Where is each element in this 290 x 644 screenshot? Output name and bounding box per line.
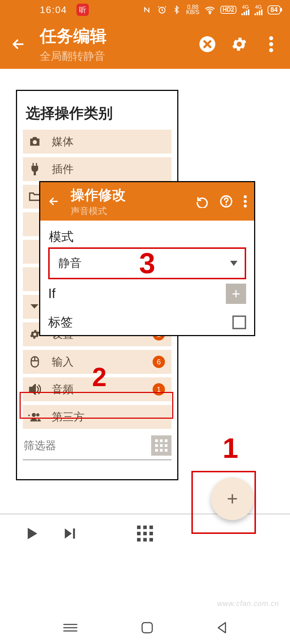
undo-button[interactable]	[196, 195, 209, 208]
nav-back-button[interactable]	[216, 621, 228, 634]
settings-button[interactable]	[231, 35, 248, 53]
svg-point-21	[244, 195, 247, 198]
category-label: 音频	[52, 382, 153, 397]
battery-indicator: 84	[268, 5, 281, 14]
svg-rect-27	[137, 532, 141, 535]
watermark: www.cfan.com.cn	[217, 599, 279, 608]
status-bar: 16:04 听 0.88 KB/S HD2 4G 4G 84	[0, 0, 290, 20]
filter-row	[23, 433, 171, 460]
edit-panel-title: 操作修改	[71, 186, 196, 204]
category-item-input[interactable]: 输入 6	[23, 350, 171, 374]
alarm-icon	[157, 5, 167, 15]
svg-rect-33	[142, 623, 152, 633]
svg-point-3	[269, 36, 273, 40]
svg-rect-26	[149, 526, 153, 529]
chevron-down-icon	[30, 304, 38, 309]
svg-rect-18	[165, 449, 167, 452]
svg-point-9	[36, 413, 40, 417]
svg-rect-15	[165, 444, 167, 447]
tag-checkbox[interactable]	[232, 315, 246, 329]
svg-point-6	[33, 140, 37, 144]
count-badge: 1	[153, 383, 165, 396]
svg-rect-13	[155, 444, 158, 447]
signal-1: 4G	[241, 4, 249, 15]
count-badge: 6	[153, 356, 165, 368]
svg-point-4	[269, 42, 273, 46]
net-speed: 0.88 KB/S	[186, 5, 199, 15]
svg-rect-30	[137, 538, 141, 541]
wifi-icon	[204, 5, 215, 14]
add-if-button[interactable]: +	[226, 284, 246, 304]
edit-back-button[interactable]	[45, 195, 62, 208]
svg-point-22	[244, 200, 247, 203]
category-panel-title: 选择操作类别	[26, 103, 171, 123]
bottom-toolbar	[0, 514, 290, 553]
category-item-thirdparty[interactable]: 第三方	[23, 405, 171, 429]
close-button[interactable]	[199, 35, 216, 53]
step-button[interactable]	[62, 526, 77, 541]
plus-icon: +	[227, 488, 238, 510]
apps-grid-button[interactable]	[137, 526, 153, 541]
tag-label: 标签	[48, 314, 73, 331]
camera-icon	[26, 136, 43, 147]
overflow-menu-button[interactable]	[262, 35, 280, 53]
category-item-plugin[interactable]: 插件	[23, 157, 171, 181]
svg-point-8	[32, 413, 36, 417]
svg-rect-11	[160, 439, 163, 442]
mode-dropdown-value: 静音	[58, 255, 82, 271]
nfc-icon	[142, 5, 152, 15]
app-title: 任务编辑	[40, 25, 199, 47]
edit-overflow-menu-button[interactable]	[244, 195, 247, 208]
svg-rect-28	[143, 532, 147, 535]
edit-panel-subtitle: 声音模式	[71, 205, 196, 217]
grid-view-button[interactable]	[151, 435, 171, 456]
category-label: 插件	[52, 162, 167, 177]
app-bar: 任务编辑 全局翻转静音	[0, 20, 290, 69]
svg-point-5	[269, 48, 273, 52]
svg-point-23	[244, 205, 247, 208]
svg-rect-14	[160, 444, 163, 447]
filter-input[interactable]	[24, 439, 118, 452]
help-button[interactable]	[220, 195, 233, 208]
play-button[interactable]	[24, 526, 39, 541]
hd-badge: HD2	[220, 6, 236, 14]
svg-rect-10	[155, 439, 158, 442]
add-action-fab[interactable]: +	[211, 477, 254, 520]
back-button[interactable]	[7, 36, 29, 52]
mode-dropdown[interactable]: 静音 3	[48, 247, 246, 279]
group-add-icon	[26, 412, 43, 422]
annotation-number-3: 3	[139, 247, 156, 280]
plug-icon	[26, 163, 43, 175]
edit-action-panel: 操作修改 声音模式 模式 静音 3 If + 标签	[39, 181, 255, 336]
system-nav-bar	[0, 611, 290, 644]
nav-recent-button[interactable]	[62, 622, 78, 633]
svg-rect-24	[137, 526, 141, 529]
app-subtitle: 全局翻转静音	[40, 49, 199, 64]
chevron-down-icon	[230, 261, 237, 266]
svg-rect-29	[149, 532, 153, 535]
category-item-audio[interactable]: 音频 1	[23, 377, 171, 401]
category-label: 媒体	[52, 134, 167, 149]
svg-rect-12	[165, 439, 167, 442]
speaker-icon	[26, 384, 43, 395]
signal-2: 4G	[254, 4, 262, 15]
category-label: 第三方	[52, 410, 167, 425]
mouse-icon	[26, 356, 43, 368]
mode-label: 模式	[49, 229, 246, 245]
svg-rect-16	[155, 449, 158, 452]
svg-rect-17	[160, 449, 163, 452]
svg-point-20	[225, 204, 227, 205]
nav-home-button[interactable]	[141, 621, 154, 634]
edit-panel-appbar: 操作修改 声音模式	[40, 182, 254, 221]
status-app-badge: 听	[76, 4, 89, 16]
svg-point-1	[209, 12, 211, 14]
category-label: 输入	[52, 355, 153, 369]
if-label: If	[48, 286, 55, 301]
svg-rect-25	[143, 526, 147, 529]
category-item-media[interactable]: 媒体	[23, 130, 171, 154]
svg-rect-31	[143, 538, 147, 541]
svg-rect-32	[149, 538, 153, 541]
bluetooth-icon	[172, 5, 181, 15]
annotation-number-1: 1	[223, 432, 238, 465]
status-time: 16:04	[40, 4, 67, 16]
